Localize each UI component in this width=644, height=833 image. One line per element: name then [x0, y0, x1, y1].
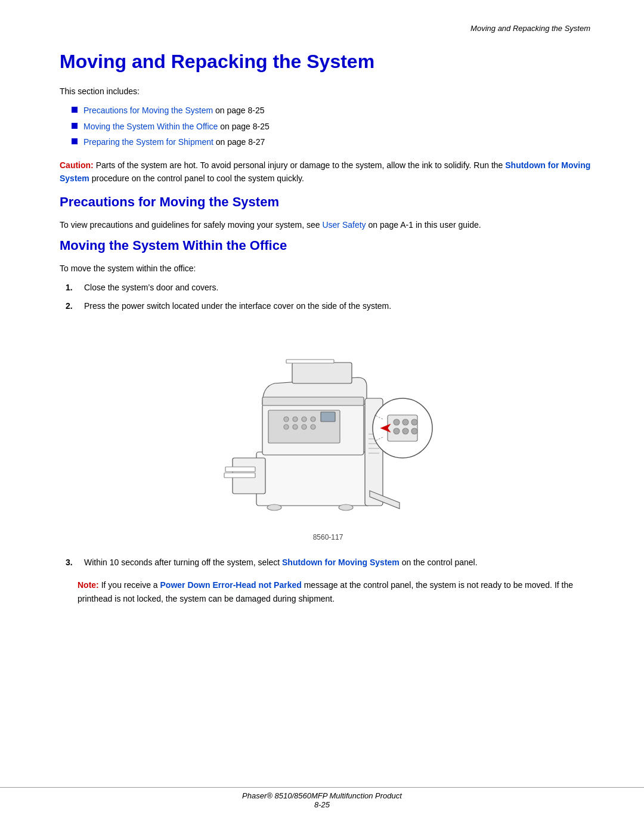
- shipment-link[interactable]: Preparing the System for Shipment: [83, 137, 213, 147]
- footer: Phaser® 8510/8560MFP Multifunction Produ…: [0, 786, 644, 809]
- list-item-text: Moving the System Within the Office on p…: [83, 120, 270, 133]
- svg-point-28: [394, 419, 400, 425]
- caution-text2: procedure on the control panel to cool t…: [89, 174, 304, 183]
- image-caption: 8560-117: [313, 533, 343, 541]
- list-item-suffix: on page 8-25: [218, 122, 269, 131]
- step2-text: Press the power switch located under the…: [84, 299, 391, 312]
- caution-label: Caution:: [60, 160, 94, 170]
- precautions-link[interactable]: Precautions for Moving the System: [83, 106, 213, 115]
- list-item-text: Precautions for Moving the System on pag…: [83, 104, 265, 117]
- svg-point-14: [302, 425, 306, 429]
- svg-point-15: [311, 425, 315, 429]
- step2-num: 2.: [66, 299, 80, 312]
- step-2: 2. Press the power switch located under …: [66, 299, 596, 312]
- step-3: 3. Within 10 seconds after turning off t…: [66, 556, 596, 569]
- svg-rect-5: [292, 363, 352, 383]
- moving-office-link[interactable]: Moving the System Within the Office: [83, 122, 218, 131]
- list-item-suffix: on page 8-25: [213, 106, 264, 115]
- section1-title: Precautions for Moving the System: [60, 194, 596, 210]
- svg-point-12: [284, 425, 289, 429]
- step3-block: 3. Within 10 seconds after turning off t…: [60, 556, 596, 569]
- list-item: Preparing the System for Shipment on pag…: [72, 135, 596, 148]
- page-container: Moving and Repacking the System Moving a…: [0, 0, 644, 833]
- footer-product: Phaser® 8510/8560MFP Multifunction Produ…: [0, 791, 644, 800]
- step3-link[interactable]: Shutdown for Moving System: [282, 558, 400, 567]
- bullet-icon: [72, 107, 78, 113]
- svg-rect-0: [256, 452, 370, 506]
- list-item-text: Preparing the System for Shipment on pag…: [83, 135, 265, 148]
- power-down-link[interactable]: Power Down Error-Head not Parked: [160, 580, 302, 590]
- svg-point-30: [411, 419, 417, 425]
- steps-list: 1. Close the system’s door and covers. 2…: [66, 281, 596, 312]
- svg-point-9: [293, 417, 298, 422]
- bullet-icon: [72, 138, 78, 144]
- step3-text2: on the control panel.: [400, 558, 478, 567]
- bullet-icon: [72, 123, 78, 129]
- step3-num: 3.: [66, 556, 80, 569]
- step3-content: Within 10 seconds after turning off the …: [84, 556, 478, 569]
- section2-intro: To move the system within the office:: [60, 262, 596, 275]
- step1-num: 1.: [66, 281, 80, 294]
- svg-point-25: [339, 504, 353, 510]
- svg-rect-3: [224, 473, 255, 478]
- svg-point-33: [411, 428, 417, 434]
- list-item: Moving the System Within the Office on p…: [72, 120, 596, 133]
- toc-list: Precautions for Moving the System on pag…: [72, 104, 596, 148]
- step1-text: Close the system’s door and covers.: [84, 281, 218, 294]
- step-1: 1. Close the system’s door and covers.: [66, 281, 596, 294]
- list-item: Precautions for Moving the System on pag…: [72, 104, 596, 117]
- caution-block: Caution: Parts of the system are hot. To…: [60, 159, 596, 185]
- step3-list: 3. Within 10 seconds after turning off t…: [66, 556, 596, 569]
- running-head: Moving and Repacking the System: [60, 24, 596, 33]
- list-item-suffix: on page 8-27: [213, 137, 265, 147]
- svg-point-11: [311, 417, 315, 422]
- svg-point-13: [293, 425, 298, 429]
- section1-text2: on page A-1 in this user guide.: [366, 220, 481, 230]
- svg-rect-16: [321, 412, 335, 422]
- printer-illustration: [215, 327, 441, 529]
- svg-point-8: [284, 417, 289, 422]
- section1-body: To view precautions and guidelines for s…: [60, 218, 596, 231]
- note-text1: If you receive a: [99, 580, 160, 590]
- svg-point-29: [402, 419, 408, 425]
- footer-divider: [0, 787, 644, 788]
- svg-point-31: [394, 428, 400, 434]
- printer-image-container: 8560-117: [60, 327, 596, 541]
- page-title: Moving and Repacking the System: [60, 51, 596, 73]
- svg-rect-23: [262, 397, 364, 405]
- step3-text1: Within 10 seconds after turning off the …: [84, 558, 282, 567]
- intro-text: This section includes:: [60, 85, 596, 98]
- svg-point-24: [267, 504, 281, 510]
- section2-title: Moving the System Within the Office: [60, 238, 596, 253]
- svg-point-10: [302, 417, 306, 422]
- running-head-text: Moving and Repacking the System: [470, 24, 590, 33]
- svg-point-32: [402, 428, 408, 434]
- svg-rect-6: [286, 360, 334, 363]
- section1-text1: To view precautions and guidelines for s…: [60, 220, 322, 230]
- note-label: Note:: [78, 580, 99, 590]
- user-safety-link[interactable]: User Safety: [322, 220, 366, 230]
- svg-rect-2: [225, 467, 255, 472]
- caution-text1: Parts of the system are hot. To avoid pe…: [94, 160, 506, 170]
- footer-page: 8-25: [0, 800, 644, 809]
- note-block: Note: If you receive a Power Down Error-…: [78, 578, 596, 605]
